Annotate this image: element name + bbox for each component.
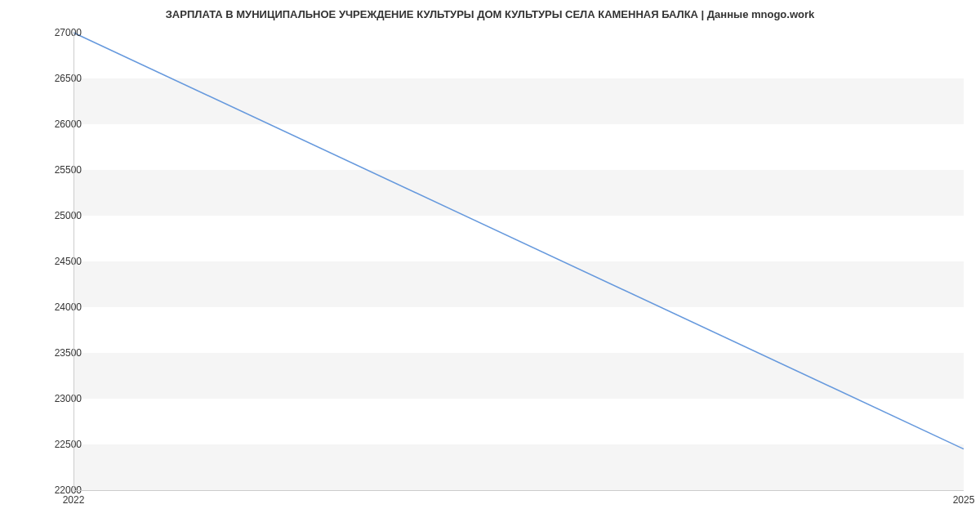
y-tick-label: 24500 [33, 256, 82, 267]
y-tick-label: 26000 [33, 118, 82, 130]
y-axis-line [74, 33, 74, 490]
y-tick-label: 22500 [33, 439, 82, 450]
y-tick-label: 26500 [33, 73, 82, 84]
chart-plot-area [74, 33, 964, 490]
y-tick-label: 23500 [33, 347, 82, 359]
y-tick-label: 25500 [33, 164, 82, 176]
y-tick-label: 27000 [33, 27, 82, 38]
x-tick-label: 2022 [63, 494, 85, 506]
y-tick-label: 23000 [33, 393, 82, 404]
line-series [74, 33, 964, 490]
x-axis-line [74, 490, 964, 491]
x-tick-label: 2025 [953, 494, 975, 506]
chart-title: ЗАРПЛАТА В МУНИЦИПАЛЬНОЕ УЧРЕЖДЕНИЕ КУЛЬ… [0, 8, 980, 20]
y-tick-label: 24000 [33, 301, 82, 313]
y-tick-label: 25000 [33, 210, 82, 221]
